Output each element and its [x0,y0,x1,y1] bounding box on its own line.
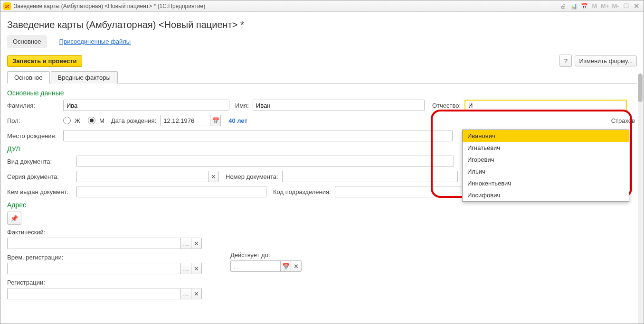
titlebar: 1c Заведение карты (Амбулаторная) <Новый… [0,0,644,12]
print-icon[interactable]: 🖨 [559,2,568,10]
memory-m-button[interactable]: M [590,2,599,10]
label-doctype: Вид документа: [7,158,74,165]
clear-icon[interactable]: ✕ [291,261,301,271]
nav-tab-main[interactable]: Основное [7,35,47,48]
valid-until-field[interactable]: . . 📅 ✕ [230,260,302,272]
nav-tab-files[interactable]: Присоединенные файлы [54,35,137,48]
toolbar: Записать и провести ? Изменить форму... [7,55,637,67]
content-area: Заведение карты (Амбулаторная) <Новый па… [0,12,644,324]
label-sex: Пол: [7,117,60,124]
app-logo-icon: 1c [3,2,11,10]
row-sex-dob: Пол: Ж М Дата рождения: 12.12.1976 📅 40 … [7,115,637,126]
clear-icon[interactable]: ✕ [191,288,201,299]
label-insurance: Страхов [611,117,635,124]
dropdown-option[interactable]: Игнатьевич [463,142,629,154]
row-pin: 📌 [7,212,637,225]
memory-mminus-button[interactable]: M- [611,2,620,10]
patronymic-dropdown[interactable]: ИвановичИгнатьевичИгоревичИльичИннокенть… [462,130,629,202]
save-and-post-button[interactable]: Записать и провести [7,55,82,67]
clear-icon[interactable]: ✕ [208,171,218,182]
restore-icon[interactable]: ❐ [622,2,630,10]
dob-value: 12.12.1976 [163,117,194,124]
tab-harmful[interactable]: Вредные факторы [51,71,118,83]
docissuer-input[interactable] [76,186,266,197]
ellipsis-icon[interactable]: … [180,288,191,299]
dropdown-option[interactable]: Ильич [463,166,629,177]
label-deptcode: Код подразделения: [273,188,331,195]
scrollbar-thumb[interactable] [638,74,643,102]
app-window: 1c Заведение карты (Амбулаторная) <Новый… [0,0,644,324]
col-valid: Действует до: . . 📅 ✕ [230,229,302,299]
help-button[interactable]: ? [559,55,572,67]
label-docnumber: Номер документа: [226,173,278,180]
change-form-button[interactable]: Изменить форму... [575,56,637,66]
surname-input[interactable] [63,100,229,111]
radio-male[interactable] [88,117,95,124]
label-dob: Дата рождения: [111,117,156,124]
radio-female[interactable] [63,117,71,124]
col-actual: Фактический: … ✕ Врем. регистрации: … ✕ … [7,229,216,299]
dob-field[interactable]: 12.12.1976 📅 [160,115,221,126]
patronymic-input[interactable] [464,100,627,111]
docnumber-input[interactable] [282,171,458,182]
window-title: Заведение карты (Амбулаторная) <Новый па… [14,3,559,9]
label-valid-until: Действует до: [230,251,302,259]
close-icon[interactable]: ✕ [632,2,641,10]
calculator-icon[interactable]: 📊 [569,2,578,10]
clear-icon[interactable]: ✕ [191,238,201,249]
dropdown-option[interactable]: Иосифович [463,189,629,201]
section-basic: Основные данные [7,89,637,97]
tab-main[interactable]: Основное [7,71,50,83]
section-address: Адрес [7,201,637,209]
label-birthplace: Место рождения: [7,132,60,139]
addr-actual-field[interactable]: … ✕ [7,238,202,249]
label-docissuer: Кем выдан документ: [7,188,74,195]
clear-icon[interactable]: ✕ [191,263,201,274]
page-title: Заведение карты (Амбулаторная) <Новый па… [7,19,637,30]
doctype-input[interactable] [76,156,454,167]
dropdown-option[interactable]: Иванович [463,130,629,142]
inner-tabs: Основное Вредные факторы [7,71,637,83]
label-addr-temp: Врем. регистрации: [7,254,216,261]
pin-button[interactable]: 📌 [7,212,21,225]
label-name: Имя: [235,102,249,109]
ellipsis-icon[interactable]: … [180,263,191,274]
row-names: Фамилия: Имя: Отчество: [7,100,637,111]
label-addr-reg: Регистрации: [7,279,216,286]
addr-temp-field[interactable]: … ✕ [7,263,202,274]
label-surname: Фамилия: [7,102,60,109]
docseries-input[interactable] [77,171,208,182]
dropdown-option[interactable]: Игоревич [463,154,629,166]
valid-until-placeholder: . . [234,263,239,270]
label-docseries: Серия документа: [7,173,74,180]
vertical-scrollbar[interactable] [638,74,643,324]
addr-reg-field[interactable]: … ✕ [7,288,202,299]
label-sex-m: М [99,117,104,124]
label-addr-actual: Фактический: [7,229,216,236]
dropdown-option[interactable]: Иннокентьевич [463,177,629,189]
calendar-picker-icon[interactable]: 📅 [280,261,291,271]
birthplace-input[interactable] [63,130,453,141]
age-text: 40 лет [228,117,247,124]
ellipsis-icon[interactable]: … [180,238,191,249]
nav-tabs: Основное Присоединенные файлы [7,35,637,48]
address-columns: Фактический: … ✕ Врем. регистрации: … ✕ … [7,229,637,299]
docseries-field[interactable]: ✕ [76,171,219,182]
label-sex-f: Ж [75,117,80,124]
calendar-picker-icon[interactable]: 📅 [210,115,220,126]
label-patronymic: Отчество: [432,102,461,109]
calendar-icon[interactable]: 📅 [580,2,588,10]
memory-mplus-button[interactable]: M+ [601,2,609,10]
name-input[interactable] [253,100,425,111]
